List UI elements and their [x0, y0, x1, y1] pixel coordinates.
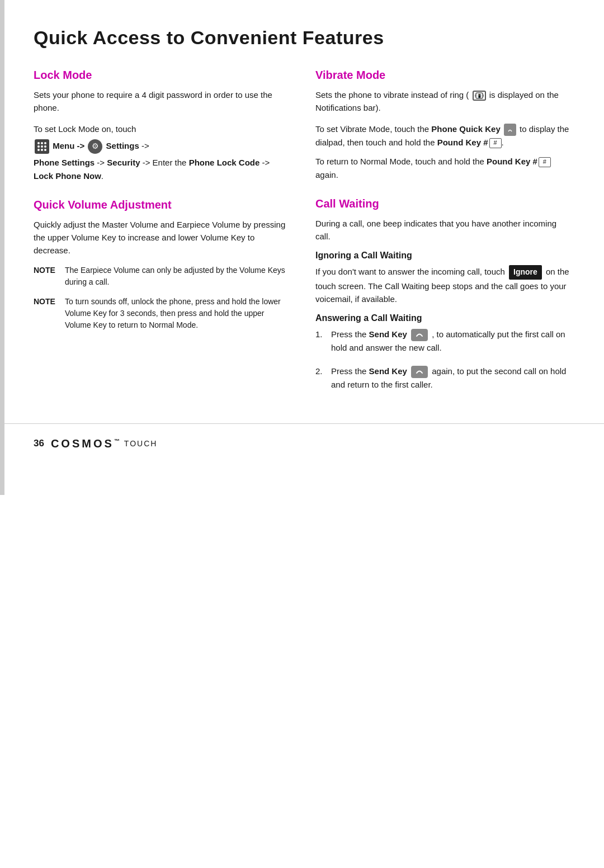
vibrate-return-instruction: To return to Normal Mode, touch and hold… — [315, 155, 570, 182]
lock-phone-now-label: Lock Phone Now — [34, 171, 101, 181]
send-key-icon-2 — [411, 366, 428, 378]
lock-mode-body: Sets your phone to require a 4 digit pas… — [34, 88, 289, 115]
left-accent — [0, 0, 4, 495]
phone-quick-key-icon — [504, 124, 516, 136]
cosmos-brand-text: COSMOS™ — [51, 437, 122, 450]
lock-mode-heading: Lock Mode — [34, 69, 289, 82]
answering-call-waiting-heading: Answering a Call Waiting — [315, 313, 570, 323]
svg-rect-6 — [414, 368, 425, 376]
ignoring-call-waiting-body: If you don't want to answer the incoming… — [315, 265, 570, 305]
vibrate-icon: 📳 — [473, 91, 486, 101]
step-1-text: Press the Send Key , to automatically pu… — [331, 328, 570, 354]
call-waiting-body: During a call, one beep indicates that y… — [315, 217, 570, 243]
send-key-icon-1 — [411, 329, 428, 341]
note-text-1: The Earpiece Volume can only be adjusted… — [65, 265, 289, 288]
pound-symbol-2: # — [533, 157, 537, 166]
pound-symbol: # — [483, 138, 488, 147]
ignoring-call-waiting-heading: Ignoring a Call Waiting — [315, 251, 570, 261]
note-block-1: NOTE The Earpiece Volume can only be adj… — [34, 265, 289, 288]
ignore-button[interactable]: Ignore — [509, 265, 542, 280]
menu-label: Menu -> — [53, 141, 87, 150]
call-waiting-heading: Call Waiting — [315, 197, 570, 210]
quick-volume-body: Quickly adjust the Master Volume and Ear… — [34, 218, 289, 257]
model-text: TOUCH — [124, 439, 158, 448]
security-label: Security — [107, 158, 140, 167]
phone-lock-code-label: Phone Lock Code — [189, 158, 260, 167]
vibrate-mode-heading: Vibrate Mode — [315, 69, 570, 82]
two-column-layout: Lock Mode Sets your phone to require a 4… — [34, 69, 570, 401]
note-label-1: NOTE — [34, 265, 59, 288]
phone-settings-label: Phone Settings — [34, 158, 95, 167]
step-2-text: Press the Send Key again, to put the sec… — [331, 365, 570, 391]
vibrate-mode-body: Sets the phone to vibrate instead of rin… — [315, 88, 570, 115]
settings-arrow: -> — [141, 141, 149, 150]
step-2-num: 2. — [315, 365, 327, 391]
left-column: Lock Mode Sets your phone to require a 4… — [34, 69, 289, 401]
menu-dots — [37, 142, 46, 151]
lock-mode-icons-line: Menu -> ⚙ Settings -> — [34, 139, 289, 154]
step-1: 1. Press the Send Key , to automatically… — [315, 328, 570, 354]
settings-icon: ⚙ — [88, 139, 102, 154]
quick-volume-heading: Quick Volume Adjustment — [34, 199, 289, 211]
answering-steps: 1. Press the Send Key , to automatically… — [315, 328, 570, 391]
svg-text:📳: 📳 — [477, 93, 482, 98]
step-2: 2. Press the Send Key again, to put the … — [315, 365, 570, 391]
send-key-label-1: Send Key — [369, 329, 407, 339]
settings-label: Settings — [106, 141, 139, 150]
footer-divider — [0, 423, 604, 424]
pound-key-box: # — [489, 138, 502, 148]
footer-brand: COSMOS™ TOUCH — [51, 437, 157, 450]
pound-key-label: Pound Key — [437, 138, 481, 147]
lock-mode-instruction: To set Lock Mode on, touch — [34, 122, 289, 136]
phone-quick-key-label: Phone Quick Key — [431, 124, 500, 134]
cosmos-tm: ™ — [114, 438, 122, 444]
call-waiting-section: Call Waiting During a call, one beep ind… — [315, 197, 570, 391]
right-column: Vibrate Mode Sets the phone to vibrate i… — [315, 69, 570, 401]
footer: 36 COSMOS™ TOUCH — [34, 433, 570, 450]
page-container: Quick Access to Convenient Features Lock… — [0, 0, 604, 495]
pound-key-label-2: Pound Key — [487, 157, 530, 166]
send-key-label-2: Send Key — [369, 366, 407, 376]
footer-page-number: 36 — [34, 438, 44, 449]
menu-icon — [35, 139, 49, 154]
pound-key-box-2: # — [539, 157, 551, 167]
vibrate-instruction: To set Vibrate Mode, touch the Phone Qui… — [315, 122, 570, 149]
note-label-2: NOTE — [34, 296, 59, 331]
note-text-2: To turn sounds off, unlock the phone, pr… — [65, 296, 289, 331]
note-block-2: NOTE To turn sounds off, unlock the phon… — [34, 296, 289, 331]
lock-mode-path: Phone Settings -> Security -> Enter the … — [34, 156, 289, 183]
page-title: Quick Access to Convenient Features — [34, 27, 570, 49]
svg-rect-5 — [414, 331, 425, 339]
step-1-num: 1. — [315, 328, 327, 354]
quick-volume-section: Quick Volume Adjustment Quickly adjust t… — [34, 199, 289, 332]
